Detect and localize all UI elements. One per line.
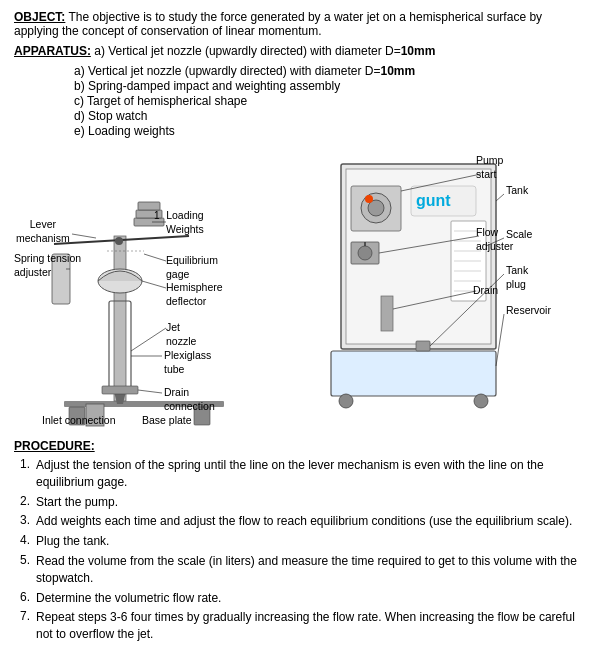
apparatus-item-4: e) Loading weights xyxy=(74,124,587,138)
loading-label: LoadingWeights xyxy=(166,209,204,236)
proc-text-1: Adjust the tension of the spring until t… xyxy=(36,457,587,491)
apparatus-label: APPARATUS: xyxy=(14,44,91,58)
svg-text:gunt: gunt xyxy=(416,192,451,209)
object-text: The objective is to study the force gene… xyxy=(14,10,542,38)
proc-item-2: 2. Start the pump. xyxy=(14,494,587,511)
reservoir-label: Reservoir xyxy=(506,304,551,318)
proc-text-4: Plug the tank. xyxy=(36,533,587,550)
scale-label: Scale xyxy=(506,228,532,242)
svg-point-47 xyxy=(474,394,488,408)
tank-label: Tank xyxy=(506,184,528,198)
proc-num-4: 4. xyxy=(14,533,30,547)
svg-text:1: 1 xyxy=(154,210,160,221)
svg-line-52 xyxy=(496,194,504,201)
apparatus-item-3: d) Stop watch xyxy=(74,109,587,123)
proc-item-5: 5. Read the volume from the scale (in li… xyxy=(14,553,587,587)
proc-num-5: 5. xyxy=(14,553,30,567)
proc-item-3: 3. Add weights each time and adjust the … xyxy=(14,513,587,530)
apparatus-item-0: a) Vertical jet nozzle (upwardly directe… xyxy=(74,64,587,78)
svg-rect-9 xyxy=(138,202,160,210)
proc-text-7: Repeat steps 3-6 four times by gradually… xyxy=(36,609,587,643)
proc-item-7: 7. Repeat steps 3-6 four times by gradua… xyxy=(14,609,587,643)
left-diagram: 1 Levermechanism Spring tensionadjuster … xyxy=(14,146,309,431)
svg-line-20 xyxy=(144,254,166,261)
equil-label: Equilibriumgage xyxy=(166,254,218,281)
tankplug-label: Tankplug xyxy=(506,264,528,291)
hemi-label: Hemispheredeflector xyxy=(166,281,223,308)
svg-rect-48 xyxy=(416,341,430,351)
pump-label: Pumpstart xyxy=(476,154,503,181)
svg-rect-44 xyxy=(381,296,393,331)
left-diagram-svg: 1 xyxy=(14,146,309,431)
base-label: Base plate xyxy=(142,414,192,428)
svg-line-22 xyxy=(131,328,166,351)
proc-item-6: 6. Determine the volumetric flow rate. xyxy=(14,590,587,607)
jet-label: Jetnozzle xyxy=(166,321,196,348)
procedure-label: PROCEDURE: xyxy=(14,439,95,453)
svg-rect-12 xyxy=(102,386,138,394)
apparatus-item-2: c) Target of hemispherical shape xyxy=(74,94,587,108)
svg-line-16 xyxy=(72,234,96,238)
apparatus-list: a) Vertical jet nozzle (upwardly directe… xyxy=(74,64,587,138)
proc-text-3: Add weights each time and adjust the flo… xyxy=(36,513,587,530)
inlet-label: Inlet connection xyxy=(42,414,116,428)
diagram-area: 1 Levermechanism Spring tensionadjuster … xyxy=(14,146,587,431)
drain-label: Drain xyxy=(473,284,498,298)
proc-num-1: 1. xyxy=(14,457,30,471)
proc-text-2: Start the pump. xyxy=(36,494,587,511)
proc-num-2: 2. xyxy=(14,494,30,508)
svg-line-24 xyxy=(138,390,162,393)
object-label: OBJECT: xyxy=(14,10,65,24)
svg-rect-45 xyxy=(331,351,496,396)
spring-label: Spring tensionadjuster xyxy=(14,252,81,279)
apparatus-section: APPARATUS: a) Vertical jet nozzle (upwar… xyxy=(14,44,587,58)
proc-item-4: 4. Plug the tank. xyxy=(14,533,587,550)
svg-point-32 xyxy=(365,195,373,203)
svg-line-21 xyxy=(142,281,166,288)
drain-conn-label: Drainconnection xyxy=(164,386,215,413)
procedure-list: 1. Adjust the tension of the spring unti… xyxy=(14,457,587,647)
apparatus-item-1: b) Spring-damped impact and weighting as… xyxy=(74,79,587,93)
proc-item-1: 1. Adjust the tension of the spring unti… xyxy=(14,457,587,491)
proc-num-7: 7. xyxy=(14,609,30,623)
procedure-section: PROCEDURE: 1. Adjust the tension of the … xyxy=(14,439,587,647)
object-section: OBJECT: The objective is to study the fo… xyxy=(14,10,587,38)
proc-text-6: Determine the volumetric flow rate. xyxy=(36,590,587,607)
lever-label: Levermechanism xyxy=(16,218,70,245)
svg-rect-1 xyxy=(114,236,126,401)
svg-point-34 xyxy=(358,246,372,260)
proc-num-3: 3. xyxy=(14,513,30,527)
plex-label: Plexiglasstube xyxy=(164,349,211,376)
right-diagram-svg: gunt xyxy=(321,146,591,421)
proc-num-6: 6. xyxy=(14,590,30,604)
svg-point-46 xyxy=(339,394,353,408)
right-diagram: gunt xyxy=(321,146,591,421)
svg-line-55 xyxy=(496,314,504,366)
proc-text-5: Read the volume from the scale (in liter… xyxy=(36,553,587,587)
svg-point-6 xyxy=(115,237,123,245)
